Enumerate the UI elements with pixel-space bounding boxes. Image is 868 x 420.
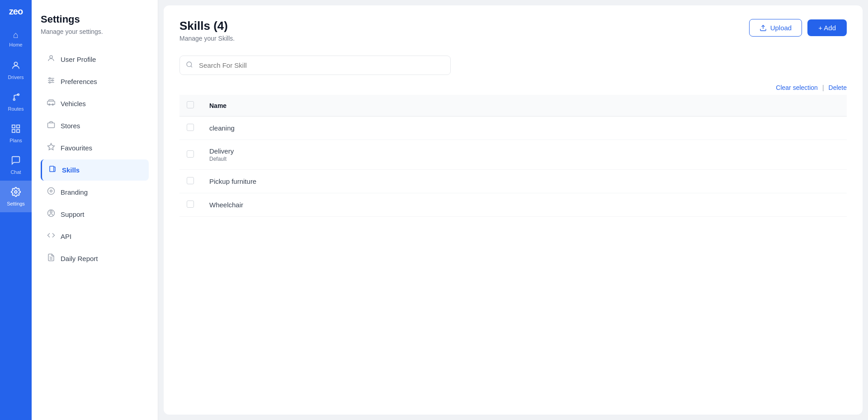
table-row: Pickup furniture [179,170,847,193]
nav-item-home[interactable]: ⌂ Home [0,23,32,54]
nav-item-chat[interactable]: Chat [0,149,32,181]
support-icon [47,209,55,219]
name-column-header: Name [202,95,847,117]
row-checkbox[interactable] [187,201,194,208]
search-bar [179,56,451,75]
svg-point-7 [14,191,17,193]
settings-icon [11,187,21,199]
nav-plans-label: Plans [9,138,22,143]
table-row: Wheelchair [179,193,847,217]
table-row: DeliveryDefault [179,140,847,170]
sidebar-item-support[interactable]: Support [41,204,149,225]
nav-item-settings[interactable]: Settings [0,181,32,212]
svg-point-23 [50,211,52,213]
plans-icon [11,124,21,136]
svg-rect-3 [12,125,15,127]
svg-point-0 [14,62,17,65]
vehicles-icon [47,98,55,109]
main-content: Skills (4) Manage your Skills. Upload + … [164,5,863,415]
row-checkbox-cell [179,117,202,140]
sidebar-item-daily-report[interactable]: Daily Report [41,248,149,269]
actions-divider: | [822,84,824,91]
delete-button[interactable]: Delete [829,84,847,91]
sidebar-item-favourites[interactable]: Favourites [41,137,149,159]
row-checkbox[interactable] [187,150,194,158]
clear-selection-button[interactable]: Clear selection [776,84,818,91]
sidebar-item-vehicles[interactable]: Vehicles [41,93,149,114]
sidebar-item-support-label: Support [61,210,85,218]
search-icon [186,61,193,70]
row-checkbox-cell [179,170,202,193]
upload-icon [760,24,767,32]
svg-point-1 [14,98,15,100]
sidebar-item-skills[interactable]: Skills [41,159,149,181]
nav-item-routes[interactable]: Routes [0,86,32,117]
stores-icon [47,121,55,131]
sidebar-item-favourites-label: Favourites [61,144,92,152]
sidebar-item-api-label: API [61,233,71,240]
sidebar-item-api[interactable]: API [41,226,149,247]
skills-table: Name cleaningDeliveryDefaultPickup furni… [179,95,847,217]
search-input[interactable] [179,56,451,75]
svg-point-14 [49,82,51,83]
settings-subtitle: Manage your settings. [41,28,149,35]
routes-icon [11,92,21,104]
skills-table-body: cleaningDeliveryDefaultPickup furnitureW… [179,117,847,217]
nav-settings-label: Settings [7,201,25,206]
chat-icon [11,155,21,168]
svg-point-27 [187,62,192,67]
nav-item-plans[interactable]: Plans [0,117,32,149]
svg-point-12 [49,78,51,79]
row-checkbox[interactable] [187,177,194,184]
skill-name: Pickup furniture [202,170,847,193]
upload-button[interactable]: Upload [749,19,802,37]
table-actions: Clear selection | Delete [179,84,847,91]
svg-line-28 [191,66,192,67]
settings-title: Settings [41,14,149,25]
sidebar-item-branding-label: Branding [61,188,88,196]
header-checkbox-cell [179,95,202,117]
svg-point-8 [50,56,52,58]
nav-chat-label: Chat [10,169,21,175]
preferences-icon [47,76,55,87]
api-icon [47,231,55,242]
sidebar-item-branding[interactable]: Branding [41,182,149,203]
svg-rect-15 [47,101,55,105]
sidebar-item-stores-label: Stores [61,122,80,130]
sidebar-item-stores[interactable]: Stores [41,115,149,136]
row-checkbox[interactable] [187,124,194,131]
home-icon: ⌂ [13,30,19,40]
favourites-icon [47,143,55,153]
skill-name: DeliveryDefault [202,140,847,170]
skill-sub-label: Default [209,156,840,162]
svg-point-21 [50,190,52,192]
sidebar-item-user-profile[interactable]: User Profile [41,49,149,70]
table-row: cleaning [179,117,847,140]
svg-rect-5 [12,129,15,132]
select-all-checkbox[interactable] [187,101,194,108]
svg-point-20 [48,188,55,195]
sidebar-item-skills-label: Skills [62,166,80,174]
sidebar-item-preferences-label: Preferences [61,78,97,85]
add-button[interactable]: + Add [807,19,847,36]
nav-drivers-label: Drivers [8,75,24,80]
page-subtitle: Manage your Skills. [179,35,235,42]
add-button-label: + Add [818,24,836,32]
sidebar-item-preferences[interactable]: Preferences [41,71,149,92]
skill-name: cleaning [202,117,847,140]
table-header: Name [179,95,847,117]
page-title: Skills (4) [179,19,235,33]
user-profile-icon [47,54,55,65]
nav-routes-label: Routes [8,106,24,112]
nav-home-label: Home [9,42,22,47]
header-actions: Upload + Add [749,19,847,37]
daily-report-icon [47,253,55,264]
upload-button-label: Upload [770,24,792,32]
svg-marker-19 [48,144,55,150]
skill-name: Wheelchair [202,193,847,217]
app-logo: zeo [0,0,32,23]
page-title-block: Skills (4) Manage your Skills. [179,19,235,42]
svg-point-13 [52,80,53,81]
skills-icon [48,165,57,175]
nav-item-drivers[interactable]: Drivers [0,54,32,86]
